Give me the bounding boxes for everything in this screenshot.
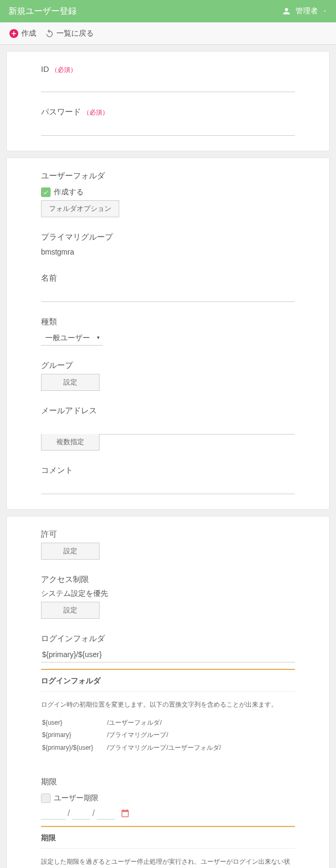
header-bar: 新規ユーザー登録 管理者 [0, 0, 336, 22]
type-select[interactable]: 一般ユーザー [41, 330, 103, 346]
mail-input[interactable] [41, 419, 295, 435]
access-label: アクセス制限 [41, 575, 89, 585]
permission-label: 許可 [41, 529, 57, 539]
help-title: ログインフォルダ [41, 670, 295, 692]
comment-label: コメント [41, 465, 73, 476]
access-hint: システム設定を優先 [41, 589, 295, 599]
primary-group-value: bmstgmra [41, 245, 295, 258]
expire-year-input[interactable] [41, 806, 65, 820]
name-input[interactable] [41, 286, 295, 302]
password-input[interactable] [41, 120, 295, 136]
admin-label: 管理者 [296, 6, 318, 16]
user-expire-checkbox[interactable] [41, 793, 51, 803]
create-folder-label: 作成する [54, 187, 84, 197]
mail-multi-button[interactable]: 複数指定 [41, 434, 100, 451]
calendar-icon[interactable] [120, 808, 130, 818]
login-folder-help: ログインフォルダ ログイン時の初期位置を変更します。以下の置換文字列を含めること… [41, 669, 295, 762]
chevron-down-icon [322, 9, 327, 14]
date-separator: / [68, 808, 70, 818]
user-expire-label: ユーザー期限 [54, 793, 99, 803]
user-icon [282, 6, 291, 16]
card-advanced: 許可 設定 アクセス制限 システム設定を優先 設定 ログインフォルダ ログインフ… [6, 516, 330, 868]
expire-day-input[interactable] [97, 806, 115, 820]
password-label: パスワード [41, 107, 81, 117]
plus-circle-icon [9, 28, 19, 39]
card-details: ユーザーフォルダ 作成する フォルダオプション プライマリグループ bmstgm… [6, 158, 330, 510]
header-user-menu[interactable]: 管理者 [282, 6, 327, 16]
comment-input[interactable] [41, 479, 295, 494]
permission-settings-button[interactable]: 設定 [41, 543, 100, 560]
help-desc: 設定した期限を過ぎるとユーザー停止処理が実行され、ユーザーがログイン出来ない状態… [41, 849, 295, 868]
page-title: 新規ユーザー登録 [9, 6, 77, 17]
required-marker: （必須） [83, 109, 109, 116]
create-folder-checkbox[interactable] [41, 187, 51, 197]
name-label: 名前 [41, 273, 57, 283]
help-title: 期限 [41, 827, 295, 849]
create-button[interactable]: 作成 [5, 26, 39, 41]
help-desc: ログイン時の初期位置を変更します。以下の置換文字列を含めることが出来ます。 [41, 699, 295, 711]
undo-icon [45, 29, 54, 38]
primary-group-label: プライマリグループ [41, 232, 113, 242]
back-button[interactable]: 一覧に戻る [42, 27, 97, 40]
expire-label: 期限 [41, 777, 57, 787]
expire-help: 期限 設定した期限を過ぎるとユーザー停止処理が実行され、ユーザーがログイン出来な… [41, 826, 295, 868]
id-label: ID [41, 64, 49, 73]
access-settings-button[interactable]: 設定 [41, 602, 100, 619]
help-table: ${user}/ユーザーフォルダ/ ${primary}/プライマリグループ/ … [41, 716, 235, 755]
login-folder-label: ログインフォルダ [41, 634, 105, 644]
toolbar: 作成 一覧に戻る [0, 22, 336, 45]
date-separator: / [92, 808, 94, 818]
type-label: 種類 [41, 317, 57, 327]
folder-options-button[interactable]: フォルダオプション [41, 200, 119, 217]
group-label: グループ [41, 361, 73, 371]
expire-month-input[interactable] [72, 806, 90, 820]
login-folder-input[interactable] [41, 647, 295, 662]
group-settings-button[interactable]: 設定 [41, 374, 100, 391]
required-marker: （必須） [51, 66, 77, 73]
card-basic: ID（必須） パスワード（必須） [6, 51, 330, 151]
user-folder-label: ユーザーフォルダ [41, 171, 105, 181]
id-input[interactable] [41, 77, 295, 92]
mail-label: メールアドレス [41, 406, 97, 416]
